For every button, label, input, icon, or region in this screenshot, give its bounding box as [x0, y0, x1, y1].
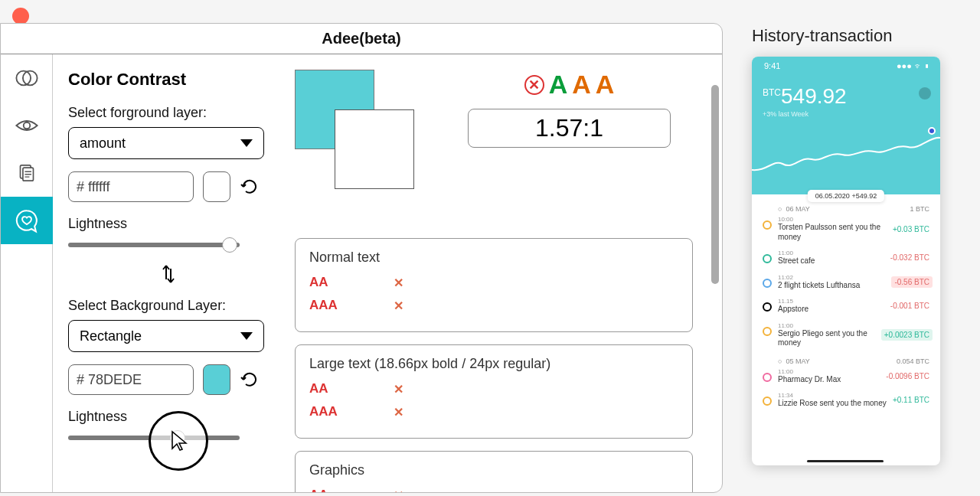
compliance-state: ✕ — [394, 405, 403, 419]
tx-time: 10:00 — [778, 216, 890, 223]
fg-swatch[interactable] — [203, 171, 230, 202]
tx-bullet-icon — [763, 279, 772, 288]
fg-label: Select forground layer: — [68, 105, 269, 121]
overlap-circles-icon — [14, 65, 40, 91]
sidebar-item-docs[interactable] — [1, 149, 53, 197]
sidebar-item-feedback[interactable] — [1, 197, 53, 244]
bg-swatch[interactable] — [203, 364, 230, 395]
bg-lightness-label: Lightness — [68, 409, 269, 425]
compliance-level: AA — [309, 275, 340, 290]
compliance-level: AA — [309, 381, 340, 396]
tx-bullet-icon — [763, 302, 772, 312]
compliance-card-title: Large text (18.66px bold / 24px regular) — [309, 356, 678, 372]
bg-layer-value: Rectangle — [80, 328, 142, 344]
heart-bubble-icon — [14, 207, 40, 233]
compliance-state: ✕ — [394, 382, 403, 396]
artboard-title: History-transaction — [752, 26, 951, 46]
tx-day-header: ○ 06 MAY1 BTC — [752, 202, 940, 214]
scrollbar[interactable] — [711, 85, 719, 284]
signal-wifi-battery-icon: ●●● ᯤ ▮ — [897, 61, 929, 70]
tx-amount: -0.032 BTC — [887, 252, 933, 263]
compliance-row: AA✕ — [309, 381, 678, 396]
fg-lightness-label: Lightness — [68, 216, 269, 232]
aaa-indicator: ✕ A A A — [468, 70, 671, 100]
tx-time: 11:34 — [778, 392, 890, 399]
tx-bullet-icon — [763, 396, 772, 406]
tx-desc: 2 flight tickets Lufthansa — [778, 281, 891, 291]
bg-reset-button[interactable] — [240, 370, 258, 389]
swap-fg-bg-button[interactable] — [68, 263, 269, 286]
balance-value: 549.92 — [781, 84, 847, 109]
ratio-readout: ✕ A A A 1.57:1 — [468, 70, 671, 148]
tx-amount: +0.0023 BTC — [881, 329, 933, 341]
chart-point-marker — [928, 127, 936, 135]
compliance-level: AAA — [309, 404, 340, 419]
svg-point-2 — [24, 122, 31, 129]
compliance-card-title: Graphics — [309, 462, 678, 478]
contrast-ratio: 1.57:1 — [468, 109, 671, 148]
tx-time: 11:00 — [778, 368, 883, 375]
compliance-card: Large text (18.66px bold / 24px regular)… — [295, 344, 693, 439]
bg-layer-select[interactable]: Rectangle — [68, 320, 264, 352]
tx-row[interactable]: 11:022 flight tickets Lufthansa-0.56 BTC — [752, 272, 940, 297]
compliance-row: AA✕ — [309, 275, 678, 290]
window-close-button[interactable] — [12, 8, 29, 24]
fg-layer-select[interactable]: amount — [68, 127, 264, 159]
section-title: Color Contrast — [68, 70, 269, 90]
fg-hex-input[interactable]: # ffffff — [68, 171, 194, 202]
tx-row[interactable]: 11:34Lizzie Rose sent you the money+0.11… — [752, 390, 940, 415]
tx-desc: Appstore — [778, 305, 887, 315]
undo-icon — [240, 178, 258, 196]
compliance-state: ✕ — [394, 299, 403, 313]
compliance-card-title: Normal text — [309, 250, 678, 266]
tx-row[interactable]: 11:00Street cafe-0.032 BTC — [752, 248, 940, 272]
fg-layer-value: amount — [80, 135, 126, 152]
compliance-card: Normal textAA✕AAA✕ — [295, 238, 693, 332]
tx-time: 11:02 — [778, 274, 891, 281]
tx-amount: -0.001 BTC — [887, 300, 933, 312]
sidebar-item-contrast[interactable] — [1, 54, 53, 102]
contrast-results: ✕ A A A 1.57:1 Normal textAA✕AAA✕Large t… — [295, 70, 693, 493]
fg-lightness-slider[interactable] — [68, 243, 240, 247]
titlebar: Adee(beta) — [1, 24, 722, 54]
contrast-controls: Color Contrast Select forground layer: a… — [68, 70, 269, 455]
compliance-row: AA✕ — [309, 488, 678, 493]
tx-desc: Torsten Paulsson sent you the money — [778, 223, 890, 242]
currency-label: BTC — [763, 87, 781, 98]
tx-amount: -0.56 BTC — [891, 276, 933, 288]
tx-bullet-icon — [763, 327, 772, 336]
transaction-list: ○ 06 MAY1 BTC10:00Torsten Paulsson sent … — [752, 202, 940, 465]
fail-badge-icon: ✕ — [524, 75, 544, 95]
compliance-level: AA — [309, 488, 340, 493]
compliance-level: AAA — [309, 298, 340, 313]
chart-tooltip: 06.05.2020 +549.92 — [808, 190, 884, 202]
tx-row[interactable]: 10:00Torsten Paulsson sent you the money… — [752, 214, 940, 248]
tx-bullet-icon — [763, 373, 772, 382]
tx-desc: Street cafe — [778, 256, 887, 266]
balance-sparkline — [752, 133, 940, 179]
tx-amount: -0.0096 BTC — [883, 370, 933, 382]
avatar — [919, 87, 931, 100]
tx-row[interactable]: 11:00Pharmacy Dr. Max-0.0096 BTC — [752, 367, 940, 391]
bg-hex-input[interactable]: # 78DEDE — [68, 364, 194, 395]
bg-lightness-slider[interactable] — [68, 436, 240, 440]
window-title: Adee(beta) — [322, 30, 400, 47]
fg-reset-button[interactable] — [240, 178, 258, 196]
color-pair-preview — [295, 70, 417, 200]
tx-time: 11:00 — [778, 322, 881, 329]
tx-amount: +0.03 BTC — [890, 224, 933, 235]
compliance-row: AAA✕ — [309, 298, 678, 313]
tx-bullet-icon — [763, 254, 772, 263]
compliance-row: AAA✕ — [309, 404, 678, 419]
chevron-down-icon — [240, 139, 253, 147]
tx-row[interactable]: 11:00Sergio Pliego sent you the money+0.… — [752, 321, 940, 354]
swap-vertical-icon — [159, 263, 178, 286]
tx-row[interactable]: 11.15Appstore-0.001 BTC — [752, 296, 940, 321]
phone-header: 9:41 ●●● ᯤ ▮ BTC 549.92 +3% last Week 06… — [752, 57, 940, 194]
chevron-down-icon — [240, 332, 253, 340]
tx-amount: +0.11 BTC — [890, 394, 933, 406]
phone-frame: 9:41 ●●● ᯤ ▮ BTC 549.92 +3% last Week 06… — [752, 57, 940, 465]
tx-desc: Pharmacy Dr. Max — [778, 375, 883, 385]
compliance-state: ✕ — [394, 276, 403, 290]
sidebar-item-visibility[interactable] — [1, 102, 53, 149]
